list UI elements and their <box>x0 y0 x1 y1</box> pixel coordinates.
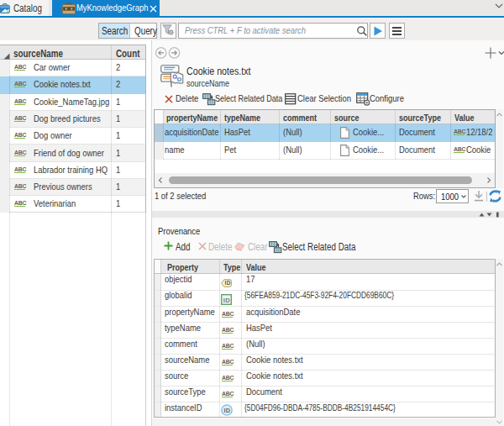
svg-text:ID: ID <box>223 296 230 303</box>
svg-text:ID: ID <box>224 406 231 413</box>
svg-text:ID: ID <box>225 280 231 286</box>
